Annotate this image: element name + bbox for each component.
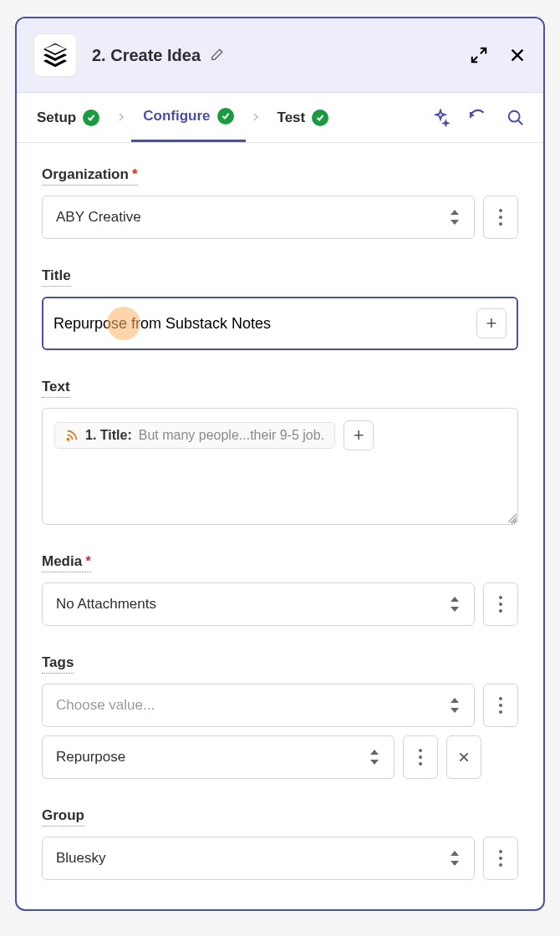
media-select[interactable]: No Attachments	[42, 582, 475, 626]
svg-point-2	[499, 216, 502, 219]
resize-handle[interactable]	[504, 511, 516, 522]
chevron-right-icon	[246, 110, 266, 125]
tab-configure[interactable]: Configure	[131, 93, 245, 142]
panel-header: 2. Create Idea	[17, 18, 543, 93]
check-icon	[83, 109, 99, 126]
rss-icon	[65, 429, 79, 442]
label-title: Title	[42, 267, 71, 287]
text-area[interactable]: 1. Title: But many people...their 9-5 jo…	[42, 408, 518, 525]
svg-point-10	[499, 710, 502, 714]
close-icon[interactable]	[508, 46, 527, 64]
field-title: Title +	[42, 267, 518, 350]
svg-point-11	[419, 749, 422, 752]
tag-more-button[interactable]	[403, 735, 438, 779]
dots-vertical-icon	[498, 595, 503, 613]
svg-point-12	[419, 755, 422, 759]
svg-point-15	[499, 857, 502, 860]
pencil-icon[interactable]	[209, 48, 224, 63]
configure-panel: 2. Create Idea Setup Configure	[15, 17, 545, 911]
app-icon	[33, 33, 77, 77]
chevron-up-down-icon	[449, 698, 461, 713]
svg-point-14	[499, 850, 502, 853]
tab-test[interactable]: Test	[266, 93, 341, 142]
title-input-wrap: +	[42, 297, 518, 350]
label-media: Media*	[42, 553, 91, 572]
chip-step: 1. Title:	[85, 428, 132, 443]
chevron-right-icon	[111, 110, 131, 125]
more-options-button[interactable]	[483, 582, 518, 626]
label-tags: Tags	[42, 654, 74, 674]
add-variable-button[interactable]: +	[476, 308, 507, 338]
check-icon	[312, 109, 328, 126]
tab-bar: Setup Configure Test	[17, 93, 543, 143]
title-input[interactable]	[53, 315, 468, 333]
x-icon	[457, 750, 471, 764]
tab-actions	[431, 108, 535, 128]
svg-point-4	[67, 439, 69, 440]
svg-point-5	[499, 596, 502, 599]
check-icon	[217, 108, 234, 125]
label-group: Group	[42, 807, 84, 827]
chevron-up-down-icon	[449, 597, 461, 612]
dots-vertical-icon	[498, 849, 503, 867]
chip-preview: But many people...their 9-5 job.	[139, 428, 324, 443]
svg-point-3	[499, 222, 502, 226]
more-options-button[interactable]	[483, 837, 518, 880]
add-variable-button[interactable]: +	[344, 420, 374, 450]
svg-point-0	[509, 110, 520, 121]
group-select[interactable]: Bluesky	[42, 837, 475, 880]
field-group: Group Bluesky	[42, 807, 518, 880]
refresh-icon[interactable]	[468, 108, 488, 128]
dots-vertical-icon	[498, 696, 503, 715]
panel-title: 2. Create Idea	[92, 46, 470, 65]
svg-point-8	[499, 697, 502, 700]
tags-select[interactable]: Choose value...	[42, 684, 475, 727]
stack-icon	[41, 41, 69, 69]
tag-remove-button[interactable]	[446, 735, 481, 779]
dots-vertical-icon	[418, 748, 423, 766]
variable-chip[interactable]: 1. Title: But many people...their 9-5 jo…	[54, 422, 335, 449]
expand-icon[interactable]	[470, 46, 488, 64]
svg-point-6	[499, 603, 502, 606]
search-icon[interactable]	[507, 109, 525, 127]
more-options-button[interactable]	[483, 684, 518, 727]
svg-point-16	[499, 863, 502, 867]
tag-value[interactable]: Repurpose	[42, 735, 395, 779]
field-organization: Organization* ABY Creative	[42, 166, 518, 239]
label-organization: Organization*	[42, 166, 138, 186]
tab-setup[interactable]: Setup	[25, 93, 111, 142]
svg-point-7	[499, 609, 502, 613]
more-options-button[interactable]	[483, 196, 518, 239]
label-text: Text	[42, 379, 70, 398]
header-actions	[470, 46, 527, 64]
dots-vertical-icon	[498, 208, 503, 226]
organization-select[interactable]: ABY Creative	[42, 196, 475, 239]
svg-point-13	[419, 762, 422, 766]
svg-point-1	[499, 209, 502, 212]
chevron-up-down-icon	[369, 750, 380, 765]
field-media: Media* No Attachments	[42, 553, 518, 626]
field-text: Text 1. Title: But many people...their 9…	[42, 379, 518, 525]
form-body: Organization* ABY Creative Title	[17, 143, 543, 911]
field-tags: Tags Choose value... Repurpose	[42, 654, 518, 779]
svg-point-9	[499, 704, 502, 707]
chevron-up-down-icon	[449, 210, 461, 225]
sparkle-icon[interactable]	[431, 109, 450, 127]
chevron-up-down-icon	[449, 851, 461, 866]
